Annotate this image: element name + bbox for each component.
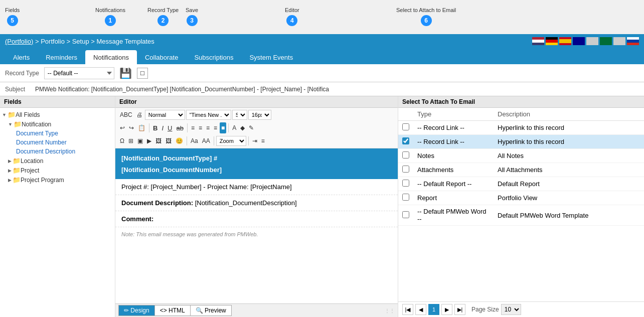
tree-item-document-number[interactable]: Document Number bbox=[0, 138, 115, 147]
page-first-btn[interactable]: |◀ bbox=[402, 304, 413, 315]
emoji-btn[interactable]: 😊 bbox=[174, 135, 185, 146]
page-size-select[interactable]: 10 20 50 bbox=[501, 304, 521, 315]
size-select[interactable]: 16px 8px 12px 14px 18px 24px bbox=[248, 110, 271, 120]
font-size2-btn[interactable]: AA bbox=[201, 135, 212, 146]
tree-item-project[interactable]: ▶ 📁 Project bbox=[0, 166, 115, 175]
attach-pagination: |◀ ◀ 1 ▶ ▶| Page Size 10 20 50 bbox=[398, 301, 644, 317]
footer-tab-html[interactable]: <> HTML bbox=[155, 305, 191, 316]
attach-checkbox-3[interactable] bbox=[402, 166, 409, 173]
tab-notifications[interactable]: Notifications bbox=[85, 50, 137, 64]
attach-checkbox-0[interactable] bbox=[402, 123, 409, 130]
image-btn[interactable]: 🖼 bbox=[154, 135, 163, 146]
flag-au[interactable] bbox=[573, 37, 585, 45]
annotation-editor: Editor 4 bbox=[285, 7, 299, 26]
tree-label-allfields: All Fields bbox=[16, 111, 40, 118]
footer-tab-design[interactable]: ✏ Design bbox=[118, 305, 155, 316]
divider2 bbox=[187, 123, 188, 132]
attach-checkbox-5[interactable] bbox=[402, 194, 409, 201]
italic-btn[interactable]: I bbox=[160, 122, 165, 133]
tree-item-allfields[interactable]: ▼ 📁 All Fields bbox=[0, 110, 115, 119]
align-justify-btn[interactable]: ≡ bbox=[212, 122, 219, 133]
spellcheck-btn[interactable]: ABC bbox=[118, 109, 134, 120]
font-size-btn[interactable]: Aa bbox=[189, 135, 200, 146]
flag-us[interactable] bbox=[532, 37, 544, 45]
underline-btn[interactable]: U bbox=[166, 122, 174, 133]
bg-color-btn[interactable]: ◆ bbox=[239, 122, 246, 133]
main-content: Fields ▼ 📁 All Fields ▼ 📁 Notification D… bbox=[0, 96, 644, 317]
attach-row-4: -- Default Report -- Default Report bbox=[398, 177, 644, 191]
flag-ru[interactable] bbox=[627, 37, 639, 45]
page-next-btn[interactable]: ▶ bbox=[441, 304, 452, 315]
tree-item-project-program[interactable]: ▶ 📁 Project Program bbox=[0, 175, 115, 185]
image2-btn[interactable]: 🖼 bbox=[164, 135, 173, 146]
tab-subscriptions[interactable]: Subscriptions bbox=[186, 50, 241, 64]
paste-text-btn[interactable]: 📋 bbox=[136, 122, 147, 133]
flag-xx2[interactable] bbox=[613, 37, 625, 45]
tree-item-notification[interactable]: ▼ 📁 Notification bbox=[0, 119, 115, 129]
flag-sa[interactable] bbox=[600, 37, 612, 45]
align-center-btn[interactable]: ≡ bbox=[197, 122, 204, 133]
folder-icon-notification: 📁 bbox=[14, 120, 22, 128]
flag-de[interactable] bbox=[546, 37, 558, 45]
table-btn[interactable]: ⊞ bbox=[127, 135, 135, 146]
attach-checkbox-2[interactable] bbox=[402, 151, 409, 158]
flag-xx1[interactable] bbox=[586, 37, 598, 45]
annotation-record-type: Record Type 2 bbox=[147, 7, 179, 26]
folder-icon-project: 📁 bbox=[13, 167, 21, 174]
new-button[interactable]: □ bbox=[137, 68, 148, 79]
record-type-select[interactable]: -- Default -- Option 1 Option 2 bbox=[44, 67, 114, 79]
attach-checkbox-4[interactable] bbox=[402, 180, 409, 187]
editor-footer: ✏ Design <> HTML 🔍 Preview ⋮⋮ bbox=[115, 303, 398, 317]
doc-description-label: Document Description: bbox=[121, 199, 193, 207]
list-btn[interactable]: ≡ bbox=[260, 135, 266, 146]
highlight-btn[interactable]: ■ bbox=[220, 122, 226, 133]
style-select[interactable]: Normal Heading 1 Heading 2 bbox=[145, 110, 185, 120]
zoom-select[interactable]: Zoom 50% 75% 100% 150% bbox=[216, 136, 246, 146]
tab-collaborate[interactable]: Collaborate bbox=[137, 50, 187, 64]
page-last-btn[interactable]: ▶| bbox=[454, 304, 465, 315]
media-btn[interactable]: ▶ bbox=[145, 135, 153, 146]
tab-reminders[interactable]: Reminders bbox=[38, 50, 85, 64]
page-prev-btn[interactable]: ◀ bbox=[415, 304, 426, 315]
size-input[interactable]: Si... bbox=[232, 110, 247, 120]
breadcrumb-portfolio-link[interactable]: (Portfolio) bbox=[5, 38, 33, 45]
editor-highlighted-block: [Notification_DocumentType] # [Notificat… bbox=[115, 148, 398, 179]
resize-handle[interactable]: ⋮⋮ bbox=[385, 308, 395, 313]
block-btn[interactable]: ▣ bbox=[136, 135, 144, 146]
tab-alerts[interactable]: Alerts bbox=[5, 50, 38, 64]
attach-type-1: -- Record Link -- bbox=[413, 135, 494, 149]
indent-btn[interactable]: ⇥ bbox=[251, 135, 259, 146]
folder-icon-location: 📁 bbox=[13, 157, 21, 165]
attach-checkbox-1[interactable] bbox=[402, 137, 409, 144]
font-color-btn[interactable]: A bbox=[231, 122, 238, 133]
align-right-btn[interactable]: ≡ bbox=[205, 122, 211, 133]
more-btn[interactable]: ✎ bbox=[247, 122, 255, 133]
print-btn[interactable]: 🖨 bbox=[135, 109, 144, 120]
align-left-btn[interactable]: ≡ bbox=[190, 122, 196, 133]
tree-item-document-description[interactable]: Document Description bbox=[0, 147, 115, 156]
bold-btn[interactable]: B bbox=[151, 122, 159, 133]
attach-checkbox-6[interactable] bbox=[402, 211, 409, 218]
tree-item-document-type[interactable]: Document Type bbox=[0, 129, 115, 138]
attach-panel: Select To Attach To Email Type Descripti… bbox=[398, 96, 644, 317]
redo-btn[interactable]: ↪ bbox=[127, 122, 135, 133]
font-select[interactable]: "Times New ..." Arial Verdana bbox=[186, 110, 231, 120]
editor-content[interactable]: [Notification_DocumentType] # [Notificat… bbox=[115, 148, 398, 303]
annotation-notifications: Notifications 1 bbox=[95, 7, 125, 26]
symbols-btn[interactable]: Ω bbox=[118, 135, 126, 146]
page-current: 1 bbox=[428, 304, 439, 315]
attach-type-0: -- Record Link -- bbox=[413, 121, 494, 135]
save-button[interactable]: 💾 bbox=[119, 67, 132, 79]
annotation-bar: Fields 5 Notifications 1 Record Type 2 S… bbox=[0, 0, 644, 34]
editor-toolbar: ABC 🖨 Normal Heading 1 Heading 2 "Times … bbox=[115, 108, 398, 148]
editor-comment: Comment: bbox=[115, 211, 398, 227]
tab-system-events[interactable]: System Events bbox=[241, 50, 301, 64]
flag-es[interactable] bbox=[559, 37, 571, 45]
undo-btn[interactable]: ↩ bbox=[118, 122, 126, 133]
footer-tab-preview[interactable]: 🔍 Preview bbox=[191, 305, 232, 316]
divider1 bbox=[149, 123, 149, 132]
strikethrough-btn[interactable]: ab bbox=[175, 122, 185, 133]
expand-project-program: ▶ bbox=[8, 178, 12, 183]
tree-item-location[interactable]: ▶ 📁 Location bbox=[0, 156, 115, 166]
folder-icon-project-program: 📁 bbox=[13, 176, 21, 184]
